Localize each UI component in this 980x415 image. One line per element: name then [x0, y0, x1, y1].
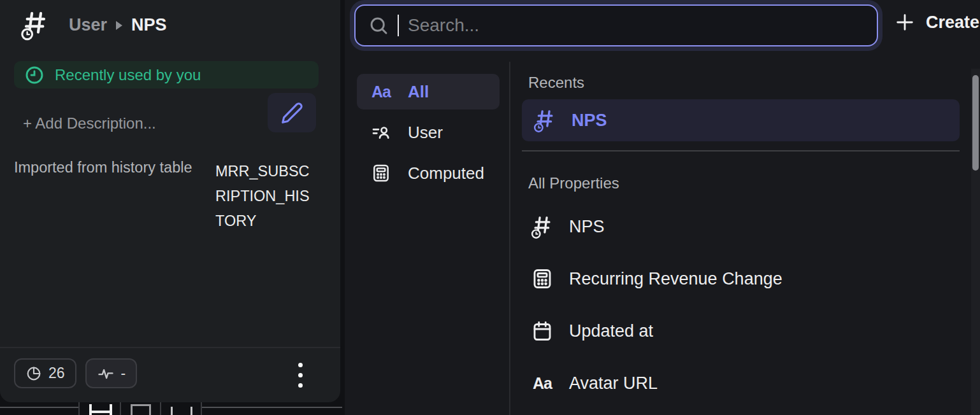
import-info-row: Imported from history table MRR_SUBSCRIP…: [14, 159, 317, 234]
all-properties-heading: All Properties: [528, 174, 619, 192]
breadcrumb-current: NPS: [131, 15, 167, 35]
recents-heading: Recents: [528, 74, 584, 92]
background-table-fragment: [201, 402, 202, 415]
calculator-icon: [370, 163, 393, 183]
text-type-icon: Aa: [370, 83, 393, 101]
filter-list: Aa All User: [357, 74, 500, 196]
panel-footer: 26 -: [14, 358, 137, 388]
recently-used-label: Recently used by you: [55, 66, 201, 84]
recent-item-label: NPS: [572, 111, 607, 130]
numeric-property-icon: [533, 108, 556, 133]
background-table-fragment: [171, 407, 192, 415]
pie-stat-pill[interactable]: 26: [14, 358, 76, 388]
pie-chart-icon: [25, 365, 42, 382]
numeric-property-icon: [20, 9, 50, 41]
scrollbar[interactable]: [971, 69, 980, 415]
text-cursor: [398, 15, 399, 36]
pulse-stat-pill[interactable]: -: [85, 358, 138, 388]
filter-tab-label: Computed: [408, 164, 484, 183]
more-options-button[interactable]: [298, 363, 303, 388]
filter-tab-computed[interactable]: Computed: [357, 155, 500, 191]
background-table-fragment: [120, 402, 121, 415]
background-table-fragment: [0, 407, 78, 408]
property-item-nps[interactable]: NPS: [522, 208, 960, 246]
plus-icon: [894, 11, 916, 33]
background-table-fragment: [131, 404, 151, 415]
add-description-button[interactable]: + Add Description...: [23, 115, 156, 132]
background-table-fragment: [202, 407, 342, 408]
filter-tab-user[interactable]: User: [357, 115, 500, 150]
filter-tab-all[interactable]: Aa All: [357, 74, 500, 109]
pencil-icon: [280, 101, 303, 124]
user-list-icon: [370, 122, 393, 143]
calculator-icon: [531, 267, 554, 290]
property-item-recurring-revenue-change[interactable]: Recurring Revenue Change: [522, 260, 960, 298]
background-table-fragment: [78, 402, 80, 415]
column-divider: [509, 62, 510, 415]
property-item-updated-at[interactable]: Updated at: [522, 312, 960, 350]
search-icon: [368, 15, 389, 36]
pulse-stat-value: -: [121, 365, 126, 382]
results-divider: [522, 150, 960, 151]
breadcrumb-parent[interactable]: User: [69, 15, 107, 35]
breadcrumb-chevron-icon: [116, 21, 122, 30]
text-type-icon: Aa: [531, 374, 554, 393]
create-button-label: Create: [926, 13, 979, 32]
property-item-avatar-url[interactable]: Aa Avatar URL: [522, 364, 960, 402]
pulse-icon: [97, 365, 115, 383]
edit-description-button[interactable]: [268, 93, 316, 132]
recent-item-nps[interactable]: NPS: [522, 99, 960, 141]
property-item-label: NPS: [569, 217, 605, 237]
breadcrumb: User NPS: [69, 15, 167, 35]
panel-footer-divider: [0, 347, 340, 348]
panel-header: User NPS: [20, 9, 167, 41]
property-detail-panel: User NPS Recently used by you + Add Desc…: [0, 0, 340, 402]
background-table-fragment: [89, 404, 112, 415]
filter-tab-label: All: [408, 82, 429, 102]
search-input[interactable]: [408, 15, 877, 36]
background-table-fragment: [160, 402, 161, 415]
create-button[interactable]: Create: [894, 11, 979, 33]
clock-icon: [24, 65, 45, 85]
recently-used-badge: Recently used by you: [14, 61, 319, 88]
property-item-label: Recurring Revenue Change: [569, 269, 782, 289]
search-palette: Create Aa All User: [345, 0, 980, 415]
import-info-label: Imported from history table: [14, 159, 192, 234]
numeric-property-icon: [531, 214, 554, 239]
scrollbar-thumb[interactable]: [972, 75, 979, 171]
filter-tab-label: User: [408, 123, 443, 143]
app-screen: User NPS Recently used by you + Add Desc…: [0, 0, 980, 415]
calendar-icon: [531, 320, 554, 342]
import-info-value: MRR_SUBSCRIPTION_HISTORY: [215, 159, 317, 234]
property-item-label: Updated at: [569, 321, 653, 341]
search-bar: [354, 4, 878, 46]
property-item-label: Avatar URL: [569, 374, 658, 393]
pie-stat-count: 26: [48, 365, 65, 382]
